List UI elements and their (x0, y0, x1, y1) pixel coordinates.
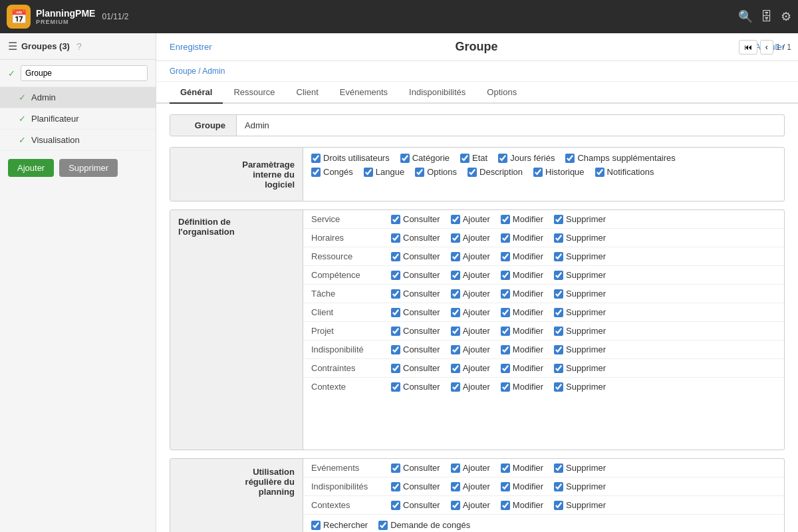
horaires-supprimer[interactable]: Supprimer (554, 233, 606, 243)
contexte-ajouter[interactable]: Ajouter (451, 382, 490, 392)
check-categorie-input[interactable] (400, 154, 410, 163)
evenements-consulter[interactable]: Consulter (391, 463, 440, 473)
sidebar-menu-icon[interactable]: ☰ (8, 40, 17, 53)
indisponibilites-supprimer[interactable]: Supprimer (554, 481, 606, 491)
ajouter-button[interactable]: Ajouter (8, 159, 54, 177)
check-historique-input[interactable] (533, 168, 543, 177)
check-description-input[interactable] (467, 168, 477, 177)
search-icon[interactable]: 🔍 (738, 9, 753, 24)
ressource-ajouter[interactable]: Ajouter (451, 251, 490, 261)
horaires-ajouter[interactable]: Ajouter (451, 233, 490, 243)
check-notifications-input[interactable] (595, 168, 604, 177)
check-options[interactable]: Options (415, 167, 457, 177)
check-jours-feries-input[interactable] (498, 154, 507, 163)
client-ajouter[interactable]: Ajouter (451, 307, 490, 317)
sidebar-item-visualisation[interactable]: ✓ Visualisation (0, 130, 156, 151)
indisponibilite-supprimer[interactable]: Supprimer (554, 344, 606, 354)
check-champs-suppl-input[interactable] (565, 154, 575, 163)
projet-supprimer[interactable]: Supprimer (554, 326, 606, 336)
check-notifications[interactable]: Notifications (595, 167, 654, 177)
check-etat-input[interactable] (460, 154, 469, 163)
parametrage-row: Paramètrage interne du logiciel Droits u… (170, 148, 784, 201)
evenements-ajouter[interactable]: Ajouter (451, 463, 490, 473)
sidebar-item-groupe[interactable]: ✓ (0, 60, 156, 87)
tab-general[interactable]: Général (170, 82, 223, 104)
pagination-first-button[interactable]: ⏮ (739, 40, 757, 55)
contexte-modifier[interactable]: Modifier (501, 382, 543, 392)
contexte-supprimer[interactable]: Supprimer (554, 382, 606, 392)
sidebar-groupe-input[interactable] (21, 65, 148, 81)
check-droits-input[interactable] (311, 154, 321, 163)
supprimer-button[interactable]: Supprimer (59, 159, 118, 177)
save-link[interactable]: Enregistrer (170, 42, 212, 52)
indisponibilite-consulter[interactable]: Consulter (391, 344, 440, 354)
check-demande-conges[interactable]: Demande de congés (378, 520, 470, 530)
service-modifier[interactable]: Modifier (501, 214, 543, 224)
ressource-supprimer[interactable]: Supprimer (554, 251, 606, 261)
service-consulter[interactable]: Consulter (391, 214, 440, 224)
contraintes-supprimer[interactable]: Supprimer (554, 363, 606, 373)
service-supprimer[interactable]: Supprimer (554, 214, 606, 224)
projet-consulter[interactable]: Consulter (391, 326, 440, 336)
tab-options[interactable]: Options (476, 82, 527, 104)
ressource-consulter[interactable]: Consulter (391, 251, 440, 261)
check-categorie[interactable]: Catégorie (400, 153, 450, 163)
competence-ajouter[interactable]: Ajouter (451, 270, 490, 280)
database-icon[interactable]: 🗄 (761, 10, 773, 24)
evenements-supprimer[interactable]: Supprimer (554, 463, 606, 473)
competence-consulter[interactable]: Consulter (391, 270, 440, 280)
check-langue-input[interactable] (364, 168, 373, 177)
indisponibilite-ajouter[interactable]: Ajouter (451, 344, 490, 354)
check-etat[interactable]: Etat (460, 153, 487, 163)
contraintes-modifier[interactable]: Modifier (501, 363, 543, 373)
indisponibilites-ajouter[interactable]: Ajouter (451, 481, 490, 491)
tache-ajouter[interactable]: Ajouter (451, 289, 490, 299)
tache-modifier[interactable]: Modifier (501, 289, 543, 299)
tache-supprimer[interactable]: Supprimer (554, 289, 606, 299)
indisponibilite-modifier[interactable]: Modifier (501, 344, 543, 354)
check-rechercher[interactable]: Rechercher (311, 520, 368, 530)
check-conges[interactable]: Congés (311, 167, 353, 177)
contextes-modifier[interactable]: Modifier (501, 500, 543, 510)
sidebar-help-icon[interactable]: ? (76, 41, 82, 52)
horaires-modifier[interactable]: Modifier (501, 233, 543, 243)
check-description[interactable]: Description (467, 167, 523, 177)
horaires-consulter[interactable]: Consulter (391, 233, 440, 243)
indisponibilites-modifier[interactable]: Modifier (501, 481, 543, 491)
check-conges-input[interactable] (311, 168, 321, 177)
competence-modifier[interactable]: Modifier (501, 270, 543, 280)
pagination-prev-button[interactable]: ‹ (760, 40, 773, 55)
check-jours-feries[interactable]: Jours fériés (498, 153, 555, 163)
sidebar-item-planificateur[interactable]: ✓ Planificateur (0, 108, 156, 130)
tache-consulter[interactable]: Consulter (391, 289, 440, 299)
contextes-supprimer[interactable]: Supprimer (554, 500, 606, 510)
check-champs-suppl[interactable]: Champs supplémentaires (565, 153, 675, 163)
projet-ajouter[interactable]: Ajouter (451, 326, 490, 336)
def-ressource-perms: Consulter Ajouter Modifier Supprimer (391, 251, 606, 261)
client-supprimer[interactable]: Supprimer (554, 307, 606, 317)
pagination: ⏮ ‹ 1 / 1 (739, 40, 791, 55)
sidebar-item-admin[interactable]: ✓ Admin (0, 87, 156, 108)
client-modifier[interactable]: Modifier (501, 307, 543, 317)
contraintes-consulter[interactable]: Consulter (391, 363, 440, 373)
service-ajouter[interactable]: Ajouter (451, 214, 490, 224)
competence-supprimer[interactable]: Supprimer (554, 270, 606, 280)
contexte-consulter[interactable]: Consulter (391, 382, 440, 392)
check-langue[interactable]: Langue (364, 167, 404, 177)
ressource-modifier[interactable]: Modifier (501, 251, 543, 261)
tab-client[interactable]: Client (286, 82, 329, 104)
evenements-modifier[interactable]: Modifier (501, 463, 543, 473)
check-historique[interactable]: Historique (533, 167, 585, 177)
contextes-ajouter[interactable]: Ajouter (451, 500, 490, 510)
tab-ressource[interactable]: Ressource (223, 82, 285, 104)
indisponibilites-consulter[interactable]: Consulter (391, 481, 440, 491)
client-consulter[interactable]: Consulter (391, 307, 440, 317)
tab-indisponibilites[interactable]: Indisponibilités (398, 82, 476, 104)
check-options-input[interactable] (415, 168, 424, 177)
projet-modifier[interactable]: Modifier (501, 326, 543, 336)
settings-icon[interactable]: ⚙ (781, 9, 791, 24)
contextes-consulter[interactable]: Consulter (391, 500, 440, 510)
check-droits[interactable]: Droits utilisateurs (311, 153, 390, 163)
tab-evenements[interactable]: Evénements (329, 82, 398, 104)
contraintes-ajouter[interactable]: Ajouter (451, 363, 490, 373)
